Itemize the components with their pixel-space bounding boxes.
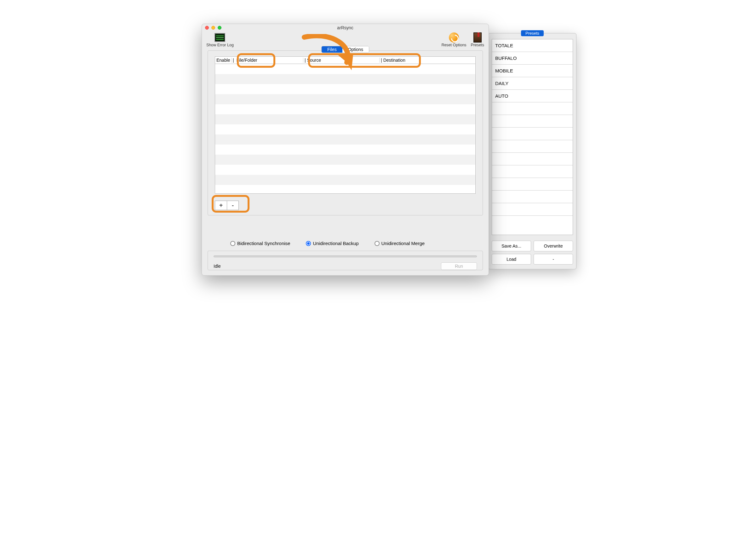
radio-bidirectional-label: Bidirectional Synchronise xyxy=(237,241,290,246)
table-header: Enable | File/Folder |Source |Destinatio… xyxy=(215,56,476,64)
reset-icon xyxy=(449,32,459,43)
reset-options-button[interactable]: Reset Options xyxy=(441,33,466,47)
table-row[interactable] xyxy=(215,175,475,185)
radio-unidirectional-backup-label: Unidirectional Backup xyxy=(313,241,358,246)
main-window[interactable]: arRsync Show Error Log Reset Options Pre… xyxy=(202,24,489,276)
col-enable[interactable]: Enable xyxy=(215,58,232,63)
presets-save-as-button[interactable]: Save As... xyxy=(492,241,531,251)
tab-group: Files Options xyxy=(321,46,369,53)
preset-row[interactable] xyxy=(492,165,573,178)
radio-checked-icon xyxy=(306,241,311,246)
table-row[interactable] xyxy=(215,84,475,94)
presets-load-button[interactable]: Load xyxy=(492,254,531,265)
table-row[interactable] xyxy=(215,155,475,165)
presets-toolbar-button[interactable]: Presets xyxy=(471,33,484,47)
preset-row[interactable] xyxy=(492,178,573,191)
files-pane: Files Options Enable | File/Folder |Sour… xyxy=(208,50,483,215)
radio-unidirectional-backup[interactable]: Unidirectional Backup xyxy=(306,241,358,246)
presets-toolbar-label: Presets xyxy=(471,43,484,47)
preset-row[interactable] xyxy=(492,191,573,203)
col-destination[interactable]: |Destination xyxy=(380,58,475,63)
radio-unidirectional-merge-label: Unidirectional Merge xyxy=(381,241,425,246)
presets-list[interactable]: TOTALEBUFFALOMOBILEDAILYAUTO xyxy=(492,39,573,235)
presets-overwrite-button[interactable]: Overwrite xyxy=(534,241,573,251)
preset-row[interactable] xyxy=(492,102,573,115)
preset-row[interactable]: AUTO xyxy=(492,90,573,102)
tab-files[interactable]: Files xyxy=(322,46,342,53)
status-text: Idle xyxy=(214,264,221,269)
table-row[interactable] xyxy=(215,104,475,114)
table-row[interactable] xyxy=(215,145,475,155)
tab-options[interactable]: Options xyxy=(342,46,369,53)
table-row[interactable] xyxy=(215,134,475,145)
bookmark-icon xyxy=(473,32,482,43)
app-title: arRsync xyxy=(202,25,489,30)
radio-bidirectional[interactable]: Bidirectional Synchronise xyxy=(230,241,290,246)
preset-row[interactable]: MOBILE xyxy=(492,65,573,77)
radio-unchecked-icon xyxy=(230,241,235,246)
presets-window-title: Presets xyxy=(521,30,544,36)
presets-window[interactable]: Presets TOTALEBUFFALOMOBILEDAILYAUTO Sav… xyxy=(488,33,576,269)
add-row-button[interactable]: + xyxy=(215,201,227,210)
table-row[interactable] xyxy=(215,64,475,74)
table-row[interactable] xyxy=(215,185,475,194)
table-row[interactable] xyxy=(215,74,475,84)
radio-unidirectional-merge[interactable]: Unidirectional Merge xyxy=(375,241,425,246)
reset-options-label: Reset Options xyxy=(441,43,466,47)
col-source[interactable]: |Source xyxy=(303,58,380,63)
preset-row[interactable] xyxy=(492,128,573,140)
table-row[interactable] xyxy=(215,94,475,104)
titlebar[interactable]: arRsync xyxy=(202,24,489,31)
col-file-folder[interactable]: | File/Folder xyxy=(232,58,303,63)
show-error-log-button[interactable]: Show Error Log xyxy=(206,33,234,47)
table-row[interactable] xyxy=(215,114,475,124)
table-row[interactable] xyxy=(215,124,475,134)
sync-mode-row: Bidirectional Synchronise Unidirectional… xyxy=(202,241,489,246)
add-remove-group: + - xyxy=(215,201,239,210)
show-error-log-label: Show Error Log xyxy=(206,43,234,47)
preset-row[interactable]: DAILY xyxy=(492,77,573,90)
run-button[interactable]: Run xyxy=(441,262,477,270)
preset-row[interactable] xyxy=(492,153,573,165)
preset-row[interactable]: BUFFALO xyxy=(492,52,573,65)
preset-row[interactable] xyxy=(492,140,573,153)
progress-panel: Idle Run xyxy=(208,251,483,270)
progress-bar xyxy=(214,255,477,257)
presets-buttons: Save As... Overwrite Load - xyxy=(492,241,573,265)
preset-row[interactable] xyxy=(492,115,573,128)
activity-monitor-icon xyxy=(215,33,225,42)
presets-minus-button[interactable]: - xyxy=(534,254,573,265)
preset-row[interactable]: TOTALE xyxy=(492,39,573,52)
radio-unchecked-icon xyxy=(375,241,380,246)
preset-row[interactable] xyxy=(492,203,573,216)
remove-row-button[interactable]: - xyxy=(227,201,239,210)
table-body[interactable] xyxy=(215,64,476,194)
table-row[interactable] xyxy=(215,165,475,175)
